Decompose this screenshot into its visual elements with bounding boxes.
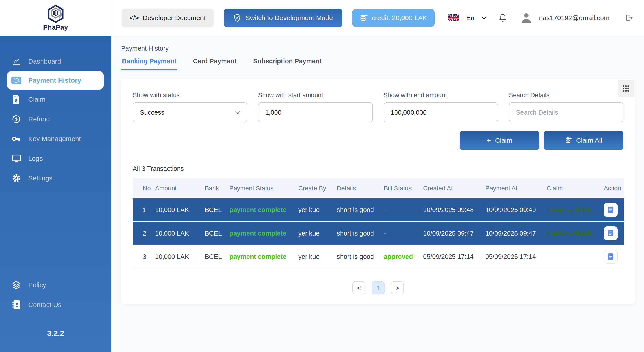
coins-icon [565, 137, 572, 144]
main-content: Payment History Banking Payment Card Pay… [111, 36, 644, 352]
sidebar-item-label: Refund [28, 115, 50, 123]
brand-logo[interactable]: PhaPay [0, 0, 111, 36]
svg-text:pay: pay [14, 77, 19, 81]
cell-payment-at: 05/09/2025 17:14 [485, 245, 547, 268]
col-bank: Bank [205, 178, 229, 198]
sidebar-item-settings[interactable]: Settings [0, 168, 111, 188]
start-amount-input[interactable] [258, 102, 372, 123]
cell-bank: BCEL [205, 222, 229, 245]
svg-text:$: $ [15, 116, 18, 122]
grid-menu-button[interactable] [618, 80, 634, 97]
end-amount-label: Show with end amount [384, 92, 498, 99]
notification-bell-icon[interactable] [498, 13, 507, 23]
status-select-value: Success [140, 109, 164, 116]
search-details-label: Search Details [509, 92, 624, 99]
claim-button[interactable]: + Claim [460, 131, 539, 150]
switch-mode-label: Switch to Development Mode [246, 14, 333, 22]
cell-no: 3 [133, 245, 155, 268]
tab-subscription-payment[interactable]: Subscription Payment [252, 58, 322, 70]
cell-create-by: yer kue [298, 245, 337, 268]
avatar[interactable] [520, 12, 532, 24]
language-selector[interactable]: En [466, 14, 474, 22]
document-icon [608, 253, 614, 260]
row-detail-button[interactable] [604, 203, 618, 217]
cell-bill-status: - [384, 222, 423, 245]
sidebar-item-dashboard[interactable]: Dashboard [0, 52, 111, 71]
filter-status: Show with status Success [133, 92, 247, 123]
claim-actions: + Claim Claim All [133, 131, 624, 150]
sidebar-item-contact-us[interactable]: Contact Us [0, 295, 111, 315]
row-detail-button[interactable] [604, 226, 618, 240]
end-amount-input[interactable] [384, 102, 498, 123]
sidebar-item-policy[interactable]: Policy [0, 275, 111, 295]
user-email: nas170192@gmail.com [539, 14, 610, 22]
tab-banking-payment[interactable]: Banking Payment [121, 58, 177, 70]
cell-payment-at: 10/09/2025 09:47 [485, 222, 547, 245]
brand-name: PhaPay [43, 24, 68, 31]
chart-line-icon [11, 57, 22, 66]
cell-create-by: yer kue [298, 222, 337, 245]
search-details-input[interactable] [509, 102, 624, 123]
payment-history-card: Show with status Success Show with start… [121, 79, 635, 304]
plus-icon: + [487, 136, 491, 145]
chevron-down-icon[interactable] [481, 16, 487, 20]
table-row[interactable]: 1 10,000 LAK BCEL payment complete yer k… [133, 198, 624, 222]
cell-created-at: 10/09/2025 09:47 [423, 222, 485, 245]
table-row[interactable]: 2 10,000 LAK BCEL payment complete yer k… [133, 222, 624, 245]
cell-bill-status: - [384, 198, 423, 222]
table-row[interactable]: 3 10,000 LAK BCEL payment complete yer k… [133, 245, 624, 268]
col-payment-status: Payment Status [229, 178, 298, 198]
coins-icon [360, 14, 368, 22]
filter-start-amount: Show with start amount [258, 92, 372, 123]
col-bill-status: Bill Status [384, 178, 423, 198]
cell-action [604, 222, 624, 245]
cell-details: short is good [337, 245, 384, 268]
row-detail-button[interactable] [604, 250, 618, 263]
credit-badge[interactable]: credit: 20,000 LAK [352, 9, 435, 27]
tab-card-payment[interactable]: Card Payment [192, 58, 238, 70]
transactions-table: No Amount Bank Payment Status Create By … [133, 178, 624, 268]
cell-no: 1 [133, 198, 155, 222]
status-select[interactable]: Success [133, 102, 247, 123]
col-no: No [133, 178, 155, 198]
app-root: PhaPay Dashboard pay [0, 0, 644, 352]
cell-created-at: 10/09/2025 09:48 [423, 198, 485, 222]
pagination-next-button[interactable]: > [391, 281, 404, 294]
cell-claim: claim available [547, 198, 604, 222]
sidebar-item-payment-history[interactable]: pay Payment History [7, 71, 104, 90]
pagination-prev-button[interactable]: < [352, 281, 366, 294]
sidebar-item-label: Settings [28, 174, 52, 182]
sidebar-item-claim[interactable]: $ Claim [0, 90, 111, 109]
cell-created-at: 05/09/2025 17:14 [423, 245, 485, 268]
sidebar-item-logs[interactable]: Logs [0, 149, 111, 168]
top-header: </> Developer Document Switch to Develop… [111, 0, 644, 36]
start-amount-label: Show with start amount [258, 92, 372, 99]
col-create-by: Create By [298, 178, 337, 198]
cell-payment-status: payment complete [229, 198, 298, 222]
pay-card-icon: pay [11, 76, 22, 85]
filter-search-details: Search Details [509, 92, 624, 123]
uk-flag-icon [448, 14, 459, 22]
key-icon [11, 135, 22, 143]
dollar-circle-icon: $ [11, 114, 22, 124]
gear-icon [11, 174, 22, 183]
claim-all-button-label: Claim All [576, 137, 602, 144]
table-header-row: No Amount Bank Payment Status Create By … [133, 178, 624, 198]
logout-icon[interactable] [624, 14, 633, 23]
sidebar-item-label: Claim [28, 96, 46, 103]
cell-action [604, 245, 624, 268]
cell-claim [547, 245, 604, 268]
sidebar-item-refund[interactable]: $ Refund [0, 109, 111, 129]
contact-book-icon [11, 300, 22, 309]
tab-bar: Banking Payment Card Payment Subscriptio… [121, 58, 635, 70]
credit-label: credit: 20,000 LAK [372, 14, 427, 22]
claim-all-button[interactable]: Claim All [544, 131, 624, 150]
developer-document-button[interactable]: </> Developer Document [122, 9, 214, 27]
switch-development-mode-button[interactable]: Switch to Development Mode [224, 9, 342, 27]
status-filter-label: Show with status [133, 92, 247, 99]
pagination-page-1[interactable]: 1 [372, 281, 385, 294]
sidebar-item-label: Payment History [28, 77, 81, 84]
sidebar-item-key-management[interactable]: Key Management [0, 129, 111, 149]
developer-document-label: Developer Document [142, 14, 206, 22]
app-version: 3.2.2 [0, 329, 111, 338]
